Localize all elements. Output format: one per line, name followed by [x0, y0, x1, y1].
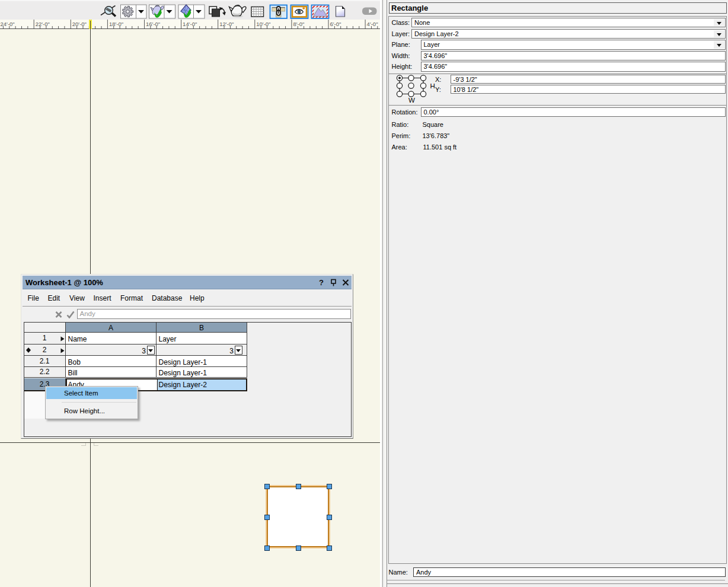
svg-text:8'-0": 8'-0" — [293, 21, 304, 27]
svg-text:22'-0": 22'-0" — [36, 21, 50, 27]
svg-text:H: H — [430, 82, 435, 90]
svg-text:6'-0": 6'-0" — [330, 21, 341, 27]
svg-text:4'-0": 4'-0" — [367, 21, 378, 27]
svg-text:10'-0": 10'-0" — [256, 21, 270, 27]
svg-text:W: W — [408, 97, 415, 104]
svg-text:18'-0": 18'-0" — [109, 21, 123, 27]
svg-text:14'-0": 14'-0" — [183, 21, 197, 27]
svg-text:12'-0": 12'-0" — [219, 21, 234, 27]
svg-text:24'-0": 24'-0" — [1, 21, 15, 27]
svg-text:20'-0": 20'-0" — [72, 21, 87, 27]
svg-text:16'-0": 16'-0" — [146, 21, 160, 27]
